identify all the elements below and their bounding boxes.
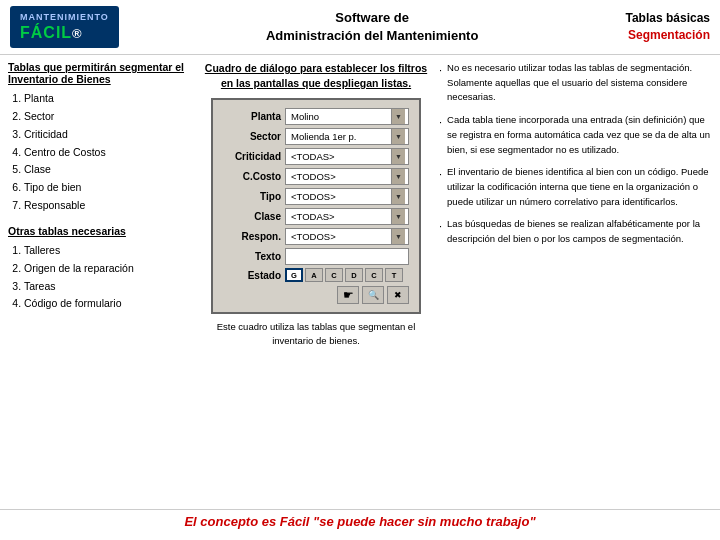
form-row-ccosto: C.Costo <TODOS> ▼: [223, 168, 409, 185]
list-item: Criticidad: [24, 126, 193, 144]
bullet-item-2: · Cada tabla tiene incorporada una entra…: [439, 113, 712, 157]
value-respon: <TODOS>: [289, 231, 391, 242]
bullet-item-1: · No es necesario utilizar todas las tab…: [439, 61, 712, 105]
input-criticidad[interactable]: <TODAS> ▼: [285, 148, 409, 165]
list-item: Sector: [24, 108, 193, 126]
label-texto: Texto: [223, 251, 285, 262]
footer-text: El concepto es Fácil "se puede hacer sin…: [184, 514, 535, 529]
estado-row: Estado G A C D C T: [223, 268, 409, 282]
dialog-form: Planta Molino ▼ Sector Molienda 1er p. ▼…: [211, 98, 421, 314]
input-tipo[interactable]: <TODOS> ▼: [285, 188, 409, 205]
bullet-dot-1: ·: [439, 62, 442, 105]
footer: El concepto es Fácil "se puede hacer sin…: [0, 509, 720, 533]
header-right: Tablas básicas Segmentación: [626, 10, 711, 44]
left-section-title: Tablas que permitirán segmentar el Inven…: [8, 61, 193, 85]
center-note: Este cuadro utiliza las tablas que segme…: [201, 320, 431, 347]
label-respon: Respon.: [223, 231, 285, 242]
right-column: · No es necesario utilizar todas las tab…: [439, 61, 712, 503]
bullet-text-1: No es necesario utilizar todas las tabla…: [447, 61, 712, 105]
label-planta: Planta: [223, 111, 285, 122]
logo: MANTENIMIENTO FÁCIL ®: [10, 6, 119, 48]
main-list: Planta Sector Criticidad Centro de Costo…: [8, 90, 193, 215]
action-row: ☛ 🔍 ✖: [223, 286, 409, 304]
label-criticidad: Criticidad: [223, 151, 285, 162]
label-tipo: Tipo: [223, 191, 285, 202]
header-title-line1: Software de: [119, 9, 626, 27]
state-btn-c[interactable]: C: [325, 268, 343, 282]
list-item: Clase: [24, 161, 193, 179]
list-item: Planta: [24, 90, 193, 108]
input-sector[interactable]: Molienda 1er p. ▼: [285, 128, 409, 145]
input-clase[interactable]: <TODAS> ▼: [285, 208, 409, 225]
header-title: Software de Administración del Mantenimi…: [119, 9, 626, 45]
list-item: Código de formulario: [24, 295, 193, 313]
input-planta[interactable]: Molino ▼: [285, 108, 409, 125]
logo-top-text: MANTENIMIENTO: [20, 12, 109, 23]
value-clase: <TODAS>: [289, 211, 391, 222]
main-content: Tablas que permitirán segmentar el Inven…: [0, 55, 720, 509]
state-btn-d[interactable]: D: [345, 268, 363, 282]
input-texto[interactable]: [285, 248, 409, 265]
dropdown-arrow-criticidad[interactable]: ▼: [391, 149, 405, 164]
bullet-dot-3: ·: [439, 166, 442, 209]
dropdown-arrow-ccosto[interactable]: ▼: [391, 169, 405, 184]
bullet-text-3: El inventario de bienes identifica al bi…: [447, 165, 712, 209]
dropdown-arrow-respon[interactable]: ▼: [391, 229, 405, 244]
action-button-2[interactable]: ✖: [387, 286, 409, 304]
dropdown-arrow-tipo[interactable]: ▼: [391, 189, 405, 204]
header-right-sub: Segmentación: [626, 27, 711, 44]
form-row-sector: Sector Molienda 1er p. ▼: [223, 128, 409, 145]
dropdown-arrow-clase[interactable]: ▼: [391, 209, 405, 224]
action-icon-1: 🔍: [368, 290, 379, 300]
value-planta: Molino: [289, 111, 391, 122]
state-options: G A C D C T: [285, 268, 403, 282]
state-btn-a[interactable]: A: [305, 268, 323, 282]
bullet-item-3: · El inventario de bienes identifica al …: [439, 165, 712, 209]
bullet-dot-2: ·: [439, 114, 442, 157]
center-column: Cuadro de diálogo para establecer los fi…: [201, 61, 431, 503]
header: MANTENIMIENTO FÁCIL ® Software de Admini…: [0, 0, 720, 55]
action-button-1[interactable]: 🔍: [362, 286, 384, 304]
state-btn-t[interactable]: T: [385, 268, 403, 282]
logo-main-text: FÁCIL: [20, 23, 72, 42]
list-item: Origen de la reparación: [24, 260, 193, 278]
value-sector: Molienda 1er p.: [289, 131, 391, 142]
value-criticidad: <TODAS>: [289, 151, 391, 162]
form-row-criticidad: Criticidad <TODAS> ▼: [223, 148, 409, 165]
bullet-text-2: Cada tabla tiene incorporada una entrada…: [447, 113, 712, 157]
input-ccosto[interactable]: <TODOS> ▼: [285, 168, 409, 185]
other-tables-title: Otras tablas necesarias: [8, 225, 193, 237]
list-item: Centro de Costos: [24, 144, 193, 162]
dropdown-arrow-planta[interactable]: ▼: [391, 109, 405, 124]
value-ccosto: <TODOS>: [289, 171, 391, 182]
left-column: Tablas que permitirán segmentar el Inven…: [8, 61, 193, 503]
value-tipo: <TODOS>: [289, 191, 391, 202]
cursor-icon: ☛: [343, 288, 354, 302]
header-right-top: Tablas básicas: [626, 10, 711, 27]
label-estado: Estado: [223, 270, 285, 281]
label-ccosto: C.Costo: [223, 171, 285, 182]
dropdown-arrow-sector[interactable]: ▼: [391, 129, 405, 144]
form-row-planta: Planta Molino ▼: [223, 108, 409, 125]
label-clase: Clase: [223, 211, 285, 222]
center-title: Cuadro de diálogo para establecer los fi…: [201, 61, 431, 90]
other-list: Talleres Origen de la reparación Tareas …: [8, 242, 193, 313]
state-btn-g[interactable]: G: [285, 268, 303, 282]
input-respon[interactable]: <TODOS> ▼: [285, 228, 409, 245]
list-item: Tareas: [24, 278, 193, 296]
header-title-line2: Administración del Mantenimiento: [119, 27, 626, 45]
bullet-item-4: · Las búsquedas de bienes se realizan al…: [439, 217, 712, 246]
list-item: Tipo de bien: [24, 179, 193, 197]
form-row-texto: Texto: [223, 248, 409, 265]
list-item: Talleres: [24, 242, 193, 260]
list-item: Responsable: [24, 197, 193, 215]
action-icon-2: ✖: [394, 290, 402, 300]
bullet-dot-4: ·: [439, 218, 442, 246]
logo-suffix: ®: [72, 26, 82, 42]
form-row-respon: Respon. <TODOS> ▼: [223, 228, 409, 245]
form-row-tipo: Tipo <TODOS> ▼: [223, 188, 409, 205]
form-row-clase: Clase <TODAS> ▼: [223, 208, 409, 225]
cursor-action-button[interactable]: ☛: [337, 286, 359, 304]
state-btn-c2[interactable]: C: [365, 268, 383, 282]
bullet-text-4: Las búsquedas de bienes se realizan alfa…: [447, 217, 712, 246]
